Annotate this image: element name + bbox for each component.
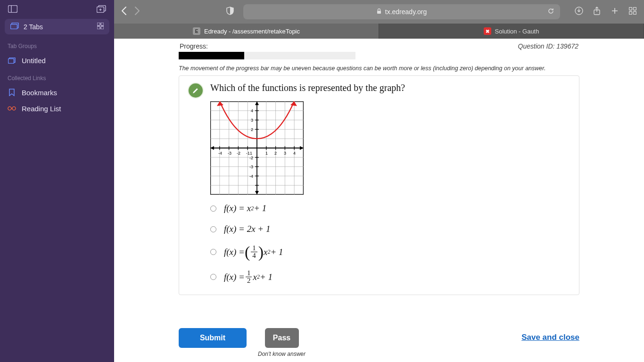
url-text: tx.edready.org bbox=[385, 8, 427, 16]
radio-icon[interactable] bbox=[210, 206, 216, 212]
grid-icon[interactable] bbox=[97, 23, 104, 31]
sidebar-item-label: Bookmarks bbox=[22, 89, 57, 97]
option-d[interactable]: f(x) = 12 x2 + 1 bbox=[210, 270, 570, 284]
question-text: Which of the functions is represented by… bbox=[210, 82, 405, 93]
browser-tab-gauth[interactable]: ✖ Solution - Gauth bbox=[379, 24, 644, 39]
tab-label: Edready - /assessment/retakeTopic bbox=[204, 28, 300, 35]
svg-text:-2: -2 bbox=[249, 156, 253, 160]
tabs-icon bbox=[10, 23, 19, 31]
sidebar-item-bookmarks[interactable]: Bookmarks bbox=[0, 84, 114, 100]
progress-label: Progress: bbox=[180, 42, 208, 50]
svg-rect-19 bbox=[629, 12, 632, 15]
page-content: Progress: Question ID: 139672 The moveme… bbox=[114, 39, 644, 362]
progress-bar bbox=[179, 52, 355, 59]
tab-group-icon bbox=[8, 56, 16, 65]
option-c[interactable]: f(x) = ( 14 ) x2 + 1 bbox=[210, 245, 570, 259]
svg-text:-3: -3 bbox=[249, 165, 253, 169]
svg-text:4: 4 bbox=[251, 108, 253, 113]
pass-button[interactable]: Pass bbox=[265, 328, 299, 348]
main-panel: tx.edready.org E Edready - /assessment/r… bbox=[114, 0, 644, 362]
graph: -4-3-2-1 1 1234 432 -2-3-4 bbox=[210, 101, 570, 195]
svg-rect-6 bbox=[11, 25, 17, 29]
back-button[interactable] bbox=[121, 6, 127, 18]
svg-rect-7 bbox=[97, 23, 100, 25]
question-box: Which of the functions is represented by… bbox=[179, 75, 579, 295]
svg-text:-1: -1 bbox=[246, 151, 250, 156]
sidebar-toggle-icon[interactable] bbox=[8, 5, 18, 13]
dont-know-label: Don't know answer bbox=[258, 351, 305, 358]
radio-icon[interactable] bbox=[210, 274, 216, 280]
svg-rect-10 bbox=[101, 26, 104, 29]
svg-rect-0 bbox=[8, 6, 17, 13]
url-bar[interactable]: tx.edready.org bbox=[243, 4, 560, 19]
tabs-count-label: 2 Tabs bbox=[24, 23, 43, 31]
tab-groups-label: Tab Groups bbox=[0, 36, 114, 52]
browser-toolbar: tx.edready.org bbox=[114, 0, 644, 24]
footer-buttons: Submit Pass Don't know answer Save and c… bbox=[179, 328, 579, 358]
svg-text:-4: -4 bbox=[218, 151, 222, 156]
save-and-close-link[interactable]: Save and close bbox=[521, 328, 579, 342]
favicon-edready: E bbox=[193, 27, 200, 35]
radio-icon[interactable] bbox=[210, 226, 216, 232]
progress-fill bbox=[179, 52, 244, 59]
forward-button[interactable] bbox=[134, 6, 140, 18]
glasses-icon bbox=[8, 104, 16, 113]
svg-point-13 bbox=[12, 107, 16, 110]
progress-note: The movement of the progress bar may be … bbox=[179, 65, 579, 72]
option-a[interactable]: f(x) = x2 + 1 bbox=[210, 203, 570, 214]
svg-text:-2: -2 bbox=[237, 151, 240, 156]
tabs-count-row[interactable]: 2 Tabs bbox=[5, 19, 109, 34]
browser-tabs: E Edready - /assessment/retakeTopic ✖ So… bbox=[114, 24, 644, 39]
option-b[interactable]: f(x) = 2x + 1 bbox=[210, 224, 570, 234]
svg-text:2: 2 bbox=[251, 127, 253, 132]
svg-rect-20 bbox=[634, 12, 636, 15]
svg-rect-18 bbox=[634, 8, 636, 10]
svg-rect-8 bbox=[101, 23, 104, 25]
sidebar-item-reading-list[interactable]: Reading List bbox=[0, 100, 114, 116]
downloads-icon[interactable] bbox=[574, 7, 584, 17]
submit-button[interactable]: Submit bbox=[179, 328, 247, 348]
safari-sidebar: 2 Tabs Tab Groups Untitled Collected Lin… bbox=[0, 0, 114, 362]
svg-rect-11 bbox=[8, 58, 14, 63]
sidebar-item-untitled[interactable]: Untitled bbox=[0, 52, 114, 68]
svg-text:1: 1 bbox=[265, 151, 268, 156]
svg-rect-17 bbox=[629, 8, 632, 10]
svg-rect-14 bbox=[377, 11, 381, 14]
sidebar-item-label: Reading List bbox=[22, 105, 61, 113]
svg-text:-3: -3 bbox=[228, 151, 231, 156]
new-tab-group-icon[interactable] bbox=[96, 5, 107, 13]
svg-text:3: 3 bbox=[284, 151, 286, 156]
svg-text:2: 2 bbox=[274, 151, 277, 156]
svg-text:3: 3 bbox=[251, 118, 253, 123]
pencil-icon bbox=[188, 82, 204, 99]
tab-label: Solution - Gauth bbox=[495, 28, 539, 35]
svg-text:1: 1 bbox=[250, 151, 252, 156]
reload-button[interactable] bbox=[547, 8, 554, 16]
svg-point-12 bbox=[8, 107, 11, 110]
svg-rect-9 bbox=[97, 26, 100, 29]
svg-text:-4: -4 bbox=[249, 174, 253, 179]
svg-text:4: 4 bbox=[293, 151, 296, 156]
lock-icon bbox=[377, 8, 381, 16]
privacy-shield-icon[interactable] bbox=[226, 7, 234, 17]
bookmark-icon bbox=[8, 88, 16, 97]
new-tab-icon[interactable] bbox=[610, 7, 619, 16]
sidebar-item-label: Untitled bbox=[22, 57, 46, 65]
answer-options: f(x) = x2 + 1 f(x) = 2x + 1 f(x) = ( 14 … bbox=[210, 203, 570, 284]
collected-links-label: Collected Links bbox=[0, 68, 114, 84]
favicon-gauth: ✖ bbox=[484, 27, 491, 35]
share-icon[interactable] bbox=[592, 7, 602, 17]
question-id: Question ID: 139672 bbox=[518, 42, 578, 50]
radio-icon[interactable] bbox=[210, 249, 216, 255]
tab-overview-icon[interactable] bbox=[628, 7, 637, 16]
browser-tab-edready[interactable]: E Edready - /assessment/retakeTopic bbox=[114, 24, 379, 39]
